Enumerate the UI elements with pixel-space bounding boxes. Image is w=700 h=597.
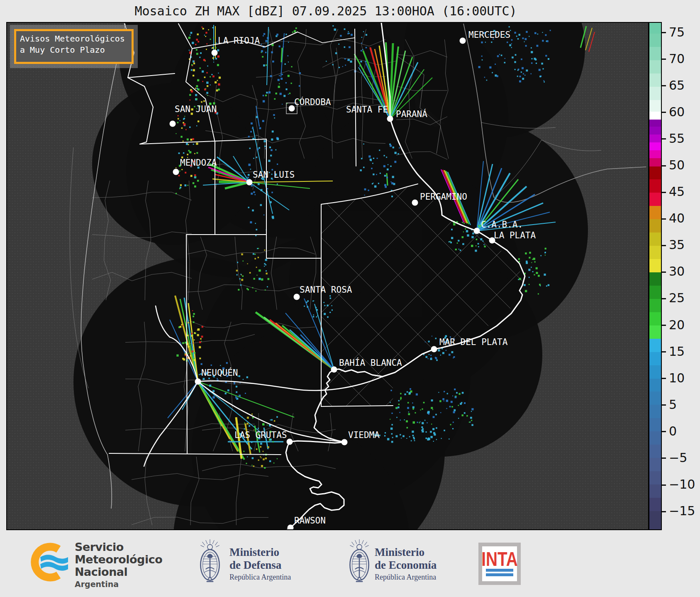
- colorbar-tick-label: −5: [669, 450, 687, 465]
- city-label: SANTA ROSA: [300, 285, 352, 295]
- colorbar-tick-label: −15: [669, 504, 695, 518]
- colorbar-tick: [662, 165, 666, 166]
- city-marker: [287, 439, 293, 445]
- economia-line: Ministerio: [375, 546, 437, 559]
- colorbar-segment: [649, 405, 661, 418]
- colorbar-tick-label: 35: [669, 237, 685, 252]
- colorbar-tick: [662, 351, 666, 352]
- radar-map-frame: LA RIOJAMERCEDESCÓRDOBASAN JUANSANTA FEP…: [6, 22, 649, 530]
- colorbar-segment: [649, 378, 661, 392]
- city-label: NEUQUÉN: [201, 367, 238, 378]
- city-marker: [331, 367, 337, 373]
- colorbar-segment: [649, 126, 661, 135]
- colorbar-tick-label: 20: [669, 318, 685, 332]
- warning-line-2: a Muy Corto Plazo: [20, 44, 128, 56]
- city-label: CÓRDOBA: [294, 97, 331, 107]
- colorbar-segment: [649, 86, 661, 100]
- colorbar-segment: [649, 206, 661, 220]
- city-label: SAN LUIS: [253, 170, 295, 180]
- colorbar-tick-label: 0: [669, 424, 677, 438]
- economia-wordmark: Ministerio de Economía República Argenti…: [375, 546, 437, 582]
- colorbar-tick-label: 10: [669, 371, 685, 385]
- smn-line: Argentina: [75, 580, 162, 589]
- warning-box-inner: Avisos Meteorológicos a Muy Corto Plazo: [14, 29, 134, 64]
- inta-logo-inner: INTA: [482, 546, 517, 581]
- colorbar-tick-label: 75: [669, 25, 685, 39]
- city-marker: [460, 38, 466, 44]
- colorbar-segment: [649, 497, 661, 511]
- colorbar-tick-label: 55: [669, 131, 685, 146]
- radar-echo-beam: [281, 48, 282, 62]
- city-label: PARANÁ: [396, 109, 427, 119]
- colorbar-tick: [662, 325, 666, 326]
- colorbar-segment: [649, 445, 661, 458]
- colorbar-tick: [662, 245, 666, 246]
- defensa-line: República Argentina: [229, 573, 291, 582]
- city-marker: [212, 50, 218, 56]
- colorbar-segment: [649, 418, 661, 432]
- defensa-line: Ministerio: [229, 546, 291, 559]
- smn-logo: [26, 540, 73, 585]
- colorbar-tick: [662, 138, 666, 139]
- city-label: VIEDMA: [348, 430, 380, 440]
- colorbar-segment: [649, 23, 661, 34]
- smn-line: Nacional: [75, 566, 162, 578]
- city-label: SAN JUAN: [175, 104, 217, 114]
- city-label: LA PLATA: [494, 230, 536, 240]
- colorbar-segment: [649, 259, 661, 272]
- inta-wordmark: INTA: [481, 551, 518, 568]
- colorbar-segment: [649, 120, 661, 127]
- city-label: MENDOZA: [180, 158, 217, 168]
- radar-echo-beam: [387, 173, 388, 186]
- city-label: BAHÍA BLANCA: [339, 357, 402, 368]
- smn-wordmark: Servicio Meteorológico Nacional Argentin…: [75, 541, 162, 589]
- colorbar-tick: [662, 32, 666, 33]
- city-marker: [474, 228, 480, 234]
- colorbar-segment: [649, 150, 661, 159]
- colorbar-segment: [649, 458, 661, 472]
- colorbar-segment: [649, 352, 661, 365]
- smn-line: Servicio: [75, 541, 162, 553]
- defensa-line: de Defensa: [229, 559, 291, 572]
- colorbar-tick: [662, 431, 666, 432]
- colorbar-segment: [649, 73, 661, 87]
- colorbar-segment: [649, 134, 661, 142]
- colorbar-tick: [662, 404, 666, 406]
- colorbar-segment: [649, 511, 661, 529]
- smn-line: Meteorológico: [75, 553, 162, 566]
- colorbar-segment: [649, 60, 661, 73]
- colorbar-tick-label: 25: [669, 291, 685, 305]
- colorbar-tick: [662, 218, 666, 220]
- colorbar-segment: [649, 391, 661, 405]
- colorbar-tick: [662, 112, 666, 113]
- colorbar-segment: [649, 100, 661, 112]
- colorbar: [649, 22, 662, 530]
- colorbar-segment: [649, 431, 661, 445]
- colorbar-segment: [649, 179, 661, 193]
- colorbar-tick: [662, 59, 666, 60]
- city-marker: [195, 379, 201, 385]
- colorbar-segment: [649, 298, 661, 312]
- city-marker: [173, 169, 179, 175]
- colorbar-tick: [662, 484, 666, 486]
- colorbar-segment: [649, 338, 661, 352]
- colorbar-segment: [649, 325, 661, 339]
- colorbar-segment: [649, 365, 661, 379]
- warning-line-1: Avisos Meteorológicos: [20, 33, 128, 44]
- city-label: RAWSON: [294, 516, 326, 526]
- colorbar-tick: [662, 85, 666, 86]
- colorbar-tick: [662, 298, 666, 299]
- colorbar-segment: [649, 111, 661, 120]
- colorbar-segment: [649, 471, 661, 484]
- city-marker: [431, 346, 437, 352]
- colorbar-segment: [649, 158, 661, 166]
- colorbar-tick: [662, 511, 666, 512]
- colorbar-segment: [649, 166, 661, 180]
- economia-line: República Argentina: [375, 573, 437, 582]
- city-label: SANTA FE: [346, 105, 388, 115]
- city-label: LA RIOJA: [218, 36, 260, 46]
- colorbar-segment: [649, 219, 661, 233]
- defensa-wordmark: Ministerio de Defensa República Argentin…: [229, 546, 291, 582]
- colorbar-tick-label: 45: [669, 184, 685, 199]
- colorbar-tick-label: 40: [669, 211, 685, 225]
